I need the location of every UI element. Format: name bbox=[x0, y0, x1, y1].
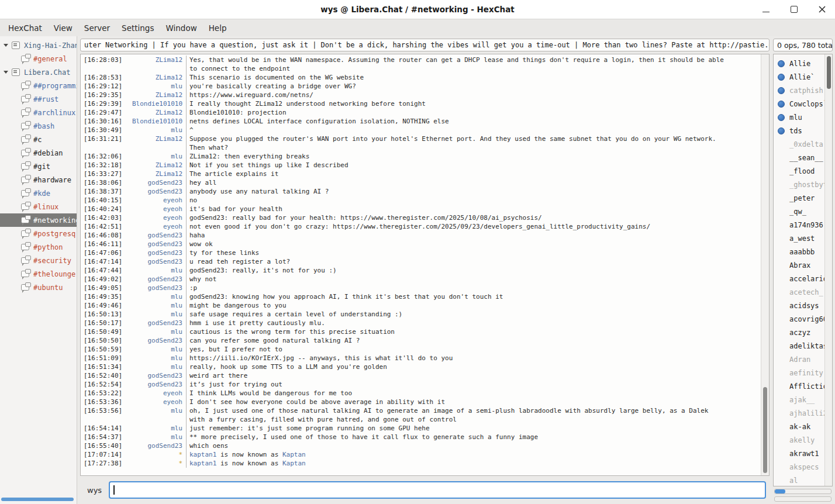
user-peter[interactable]: _peter bbox=[774, 191, 825, 205]
nick[interactable]: mlu bbox=[129, 126, 182, 134]
tree-item-security[interactable]: #security bbox=[0, 254, 77, 267]
tree-item-rust[interactable]: ##rust bbox=[0, 92, 77, 106]
menu-view[interactable]: View bbox=[48, 21, 78, 35]
tree-item-thelounge[interactable]: #thelounge bbox=[0, 267, 77, 281]
nick[interactable]: godSend23 bbox=[129, 319, 182, 327]
nick[interactable]: Blondie101010 bbox=[129, 117, 182, 126]
tree-item-hardware[interactable]: #hardware bbox=[0, 173, 77, 187]
nick[interactable]: * bbox=[129, 459, 182, 468]
nick[interactable]: ZLima12 bbox=[129, 91, 182, 99]
user-acetech[interactable]: acetech_ bbox=[774, 285, 825, 299]
chat-scrollbar[interactable] bbox=[761, 54, 769, 475]
menu-help[interactable]: Help bbox=[203, 21, 233, 35]
own-nick-label[interactable]: wys bbox=[87, 486, 102, 495]
tree-item-linux[interactable]: #linux bbox=[0, 200, 77, 213]
nick[interactable]: ZLima12 bbox=[129, 161, 182, 170]
nick[interactable]: mlu bbox=[129, 266, 182, 275]
user-qw[interactable]: _qw_ bbox=[774, 205, 825, 218]
user-sean[interactable]: __sean__ bbox=[774, 151, 825, 164]
tree-item-debian[interactable]: #debian bbox=[0, 146, 77, 160]
user-flood[interactable]: _flood bbox=[774, 164, 825, 178]
nick[interactable]: godSend23 bbox=[129, 284, 182, 292]
nick[interactable]: godSend23 bbox=[129, 248, 182, 257]
nick[interactable]: eyeoh bbox=[129, 205, 182, 213]
nick-link[interactable]: Kaptan bbox=[282, 460, 306, 467]
menu-window[interactable]: Window bbox=[160, 21, 202, 35]
nick[interactable]: mlu bbox=[129, 82, 182, 91]
nick[interactable]: godSend23 bbox=[129, 240, 182, 248]
tree-item-python[interactable]: #python bbox=[0, 240, 77, 254]
tree-item-programmi[interactable]: ##programmi bbox=[0, 79, 77, 92]
nick[interactable]: eyeoh bbox=[129, 389, 182, 398]
nick[interactable]: godSend23 bbox=[129, 178, 182, 187]
user-catphish[interactable]: catphish bbox=[774, 84, 825, 97]
tree-item-archlinux[interactable]: #archlinux bbox=[0, 106, 77, 119]
user-acovrig60[interactable]: acovrig60 bbox=[774, 312, 825, 326]
tree-item-git[interactable]: #git bbox=[0, 160, 77, 173]
nick-link[interactable]: kaptan1 bbox=[189, 451, 216, 458]
expander-icon[interactable] bbox=[4, 71, 8, 74]
nick[interactable]: godSend23 bbox=[129, 257, 182, 266]
user-adeliktas[interactable]: adeliktas bbox=[774, 339, 825, 353]
close-button[interactable] bbox=[817, 5, 827, 14]
user-akrawt1[interactable]: akrawt1 bbox=[774, 447, 825, 460]
user-afflictio[interactable]: Afflictio bbox=[774, 379, 825, 393]
nick[interactable]: mlu bbox=[129, 152, 182, 161]
user-abrax[interactable]: Abrax bbox=[774, 258, 825, 272]
nick-link[interactable]: kaptan1 bbox=[189, 460, 216, 467]
nick[interactable]: godSend23 bbox=[129, 336, 182, 345]
userlist-scrollbar-thumb[interactable] bbox=[827, 56, 831, 89]
user-ak-ak[interactable]: ak-ak bbox=[774, 420, 825, 433]
minimize-button[interactable] bbox=[761, 5, 771, 14]
nick[interactable]: mlu bbox=[129, 424, 182, 433]
nick[interactable]: mlu bbox=[129, 301, 182, 310]
user-adran[interactable]: Adran bbox=[774, 353, 825, 366]
nick[interactable]: eyeoh bbox=[129, 213, 182, 222]
user-tds[interactable]: tds bbox=[774, 124, 825, 137]
user-aefinity[interactable]: aefinity bbox=[774, 366, 825, 379]
menu-hexchat[interactable]: HexChat bbox=[2, 21, 48, 35]
topic-bar[interactable]: uter Networking | If you have a question… bbox=[80, 39, 770, 51]
nick[interactable]: mlu bbox=[129, 292, 182, 301]
tree-item-libera-chat[interactable]: Libera.Chat bbox=[0, 65, 77, 79]
nick[interactable]: godSend23 bbox=[129, 441, 182, 450]
tree-scrollbar[interactable] bbox=[1, 498, 74, 501]
nick[interactable]: ZLima12 bbox=[129, 170, 182, 178]
nick[interactable]: godSend23 bbox=[129, 380, 182, 389]
tree-item-xing-hai-zhan[interactable]: Xing-Hai-Zhan bbox=[0, 39, 77, 52]
nick[interactable]: mlu bbox=[129, 354, 182, 363]
tree-item-postgresq[interactable]: #postgresq bbox=[0, 227, 77, 240]
user-allie[interactable]: Allie` bbox=[774, 70, 825, 84]
nick[interactable]: Blondie101010 bbox=[129, 99, 182, 108]
user-akelly[interactable]: akelly bbox=[774, 433, 825, 447]
user-acidsys[interactable]: acidsys bbox=[774, 299, 825, 312]
chat-scrollbar-thumb[interactable] bbox=[763, 387, 767, 474]
user-al[interactable]: al bbox=[774, 474, 825, 486]
tree-item-c[interactable]: #c bbox=[0, 133, 77, 146]
tree-item-networking[interactable]: #networking bbox=[0, 213, 77, 227]
user-cowclops[interactable]: Cowclops` bbox=[774, 97, 825, 111]
nick[interactable]: godSend23 bbox=[129, 231, 182, 240]
nick[interactable]: ZLima12 bbox=[129, 56, 182, 64]
nick[interactable]: mlu bbox=[129, 433, 182, 441]
nick[interactable]: mlu bbox=[129, 363, 182, 371]
message-input[interactable] bbox=[109, 481, 766, 499]
nick[interactable]: eyeoh bbox=[129, 196, 182, 205]
user-ghostbyt[interactable]: _ghostbyt bbox=[774, 178, 825, 191]
userlist-scrollbar[interactable] bbox=[824, 54, 832, 486]
menu-server[interactable]: Server bbox=[78, 21, 116, 35]
nick[interactable]: ZLima12 bbox=[129, 108, 182, 117]
tree-item-general[interactable]: #general bbox=[0, 52, 77, 65]
nick[interactable]: ZLima12 bbox=[129, 134, 182, 143]
tree-item-ubuntu[interactable]: #ubuntu bbox=[0, 281, 77, 294]
user-accelario[interactable]: accelario bbox=[774, 272, 825, 285]
user-ajak[interactable]: ajak__ bbox=[774, 393, 825, 406]
nick-link[interactable]: Kaptan bbox=[282, 451, 306, 458]
user-allie[interactable]: Allie bbox=[774, 57, 825, 70]
menu-settings[interactable]: Settings bbox=[116, 21, 160, 35]
nick[interactable]: eyeoh bbox=[129, 398, 182, 406]
nick[interactable]: mlu bbox=[129, 310, 182, 319]
user-ajhalili2[interactable]: ajhalili2 bbox=[774, 406, 825, 420]
nick[interactable]: mlu bbox=[129, 327, 182, 336]
user-a-west[interactable]: a_west bbox=[774, 232, 825, 245]
